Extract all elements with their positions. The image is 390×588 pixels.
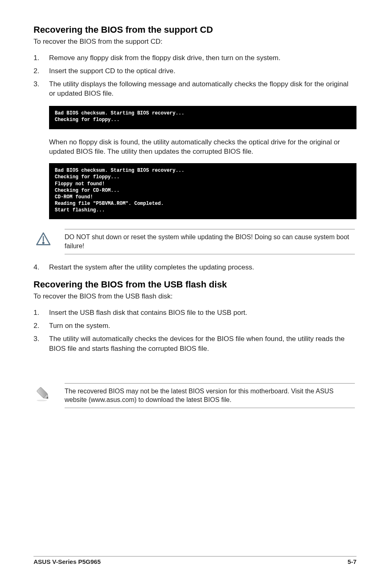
list-item: 4.Restart the system after the utility c… [34,263,356,272]
step-text: Insert the USB flash disk that contains … [49,308,247,318]
note-callout: The recovered BIOS may not be the latest… [34,383,356,408]
step-text: Remove any floppy disk from the floppy d… [49,53,280,63]
step-text: The utility displays the following messa… [49,79,356,99]
list-item: 3.The utility will automatically checks … [34,334,356,354]
section1-steps: 1.Remove any floppy disk from the floppy… [34,53,356,99]
note-icon-col [35,383,55,404]
section2-intro: To recover the BIOS from the USB flash d… [34,292,356,301]
list-item: 3.The utility displays the following mes… [34,79,356,99]
section1-after-terminal1: When no floppy disk is found, the utilit… [49,137,356,157]
pencil-icon [35,386,52,402]
warning-icon [35,231,52,246]
footer-left: ASUS V-Series P5G965 [34,558,101,565]
note-text: The recovered BIOS may not be the latest… [65,383,355,408]
svg-point-1 [43,242,44,244]
section1-heading: Recovering the BIOS from the support CD [34,25,356,35]
page-footer: ASUS V-Series P5G965 5-7 [34,556,356,565]
section1-intro: To recover the BIOS from the support CD: [34,38,356,46]
section2-steps: 1.Insert the USB flash disk that contain… [34,308,356,353]
section2-heading: Recovering the BIOS from the USB flash d… [34,279,356,290]
list-item: 1.Remove any floppy disk from the floppy… [34,53,356,63]
footer-right: 5-7 [347,558,356,565]
step-text: Insert the support CD to the optical dri… [49,66,175,76]
warning-icon-col [35,229,55,248]
list-item: 2.Insert the support CD to the optical d… [34,66,356,76]
step-text: Restart the system after the utility com… [49,263,254,272]
list-item: 2.Turn on the system. [34,321,356,331]
list-item: 1.Insert the USB flash disk that contain… [34,308,356,318]
svg-point-3 [37,399,47,401]
warning-callout: DO NOT shut down or reset the system whi… [34,229,356,254]
warning-text: DO NOT shut down or reset the system whi… [65,229,355,254]
terminal-output-2: Bad BIOS checksum. Starting BIOS recover… [49,163,356,219]
section1-step4-list: 4.Restart the system after the utility c… [34,263,356,272]
terminal-output-1: Bad BIOS checksum. Starting BIOS recover… [49,106,356,129]
step-text: Turn on the system. [49,321,110,331]
step-text: The utility will automatically checks th… [49,334,356,354]
